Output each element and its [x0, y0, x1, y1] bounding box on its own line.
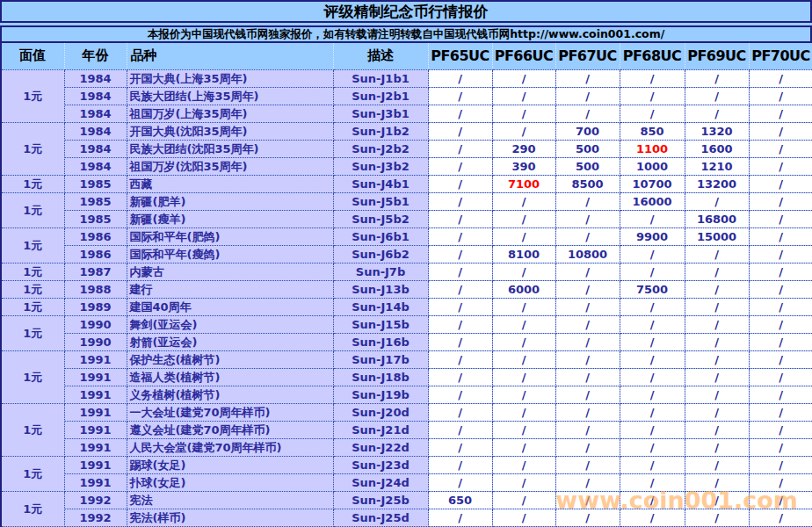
year-cell: 1984 — [64, 122, 127, 140]
price-cell: / — [620, 298, 685, 315]
face-value-cell: 1元 — [1, 227, 64, 263]
price-cell: / — [428, 403, 492, 421]
variety-cell: 义务植树(植树节) — [127, 386, 333, 403]
price-cell: / — [749, 421, 812, 438]
description-cell: Sun-J2b1 — [333, 87, 428, 105]
year-cell: 1991 — [64, 456, 127, 473]
price-cell: / — [555, 298, 620, 315]
year-cell: 1991 — [64, 473, 127, 491]
price-cell: / — [749, 350, 812, 368]
price-cell: / — [749, 105, 812, 122]
price-cell: / — [620, 105, 685, 122]
price-cell: 7500 — [620, 280, 685, 298]
price-cell: / — [749, 280, 812, 298]
description-cell: Sun-J7b — [333, 263, 428, 280]
price-cell: / — [428, 157, 492, 175]
price-cell: 15000 — [685, 227, 749, 245]
price-cell: / — [428, 263, 492, 280]
year-cell: 1984 — [64, 140, 127, 157]
price-cell: / — [749, 333, 812, 350]
column-header-pf68uc: PF68UC — [620, 43, 685, 69]
variety-cell: 踢球(女足) — [127, 456, 333, 473]
year-cell: 1991 — [64, 438, 127, 456]
price-cell: / — [555, 509, 620, 526]
price-cell: / — [685, 69, 749, 87]
price-cell: / — [492, 368, 555, 386]
price-cell: / — [749, 438, 812, 456]
year-cell: 1985 — [64, 175, 127, 192]
column-header-pf70uc: PF70UC — [749, 43, 812, 69]
price-cell: / — [492, 438, 555, 456]
price-cell: 16000 — [620, 192, 685, 210]
table-row: 1991义务植树(植树节)Sun-J19b////// — [1, 386, 812, 403]
variety-cell: 祖国万岁(沈阳35周年) — [127, 157, 333, 175]
face-value-cell: 1元 — [1, 263, 64, 280]
table-row: 1元1991保护生态(植树节)Sun-J17b////// — [1, 350, 812, 368]
price-cell: / — [749, 298, 812, 315]
price-cell: / — [555, 210, 620, 227]
price-cell: 850 — [620, 122, 685, 140]
price-cell: / — [620, 69, 685, 87]
price-cell: 8100 — [492, 245, 555, 263]
face-value-cell: 1元 — [1, 175, 64, 192]
table-row: 1990射箭(亚运会)Sun-J16b////// — [1, 333, 812, 350]
price-cell: / — [685, 386, 749, 403]
table-row: 1984民族大团结(上海35周年)Sun-J2b1////// — [1, 87, 812, 105]
table-row: 1984祖国万岁(上海35周年)Sun-J3b1////// — [1, 105, 812, 122]
price-cell: / — [749, 210, 812, 227]
price-cell: 10700 — [620, 175, 685, 192]
column-header-pf65uc: PF65UC — [428, 43, 492, 69]
price-cell: / — [555, 438, 620, 456]
description-cell: Sun-J5b2 — [333, 210, 428, 227]
price-cell: 8500 — [555, 175, 620, 192]
variety-cell: 舞剑(亚运会) — [127, 315, 333, 333]
description-cell: Sun-J24d — [333, 473, 428, 491]
price-cell: 500 — [555, 140, 620, 157]
price-cell: / — [749, 69, 812, 87]
year-cell: 1990 — [64, 333, 127, 350]
price-cell: / — [620, 491, 685, 509]
price-cell: / — [555, 403, 620, 421]
price-cell: / — [492, 87, 555, 105]
description-cell: Sun-J23d — [333, 456, 428, 473]
price-cell: / — [749, 491, 812, 509]
year-cell: 1984 — [64, 69, 127, 87]
price-cell: / — [428, 175, 492, 192]
table-row: 1991人民大会堂(建党70周年样币)Sun-J22d////// — [1, 438, 812, 456]
year-cell: 1986 — [64, 245, 127, 263]
price-cell: / — [620, 386, 685, 403]
face-value-cell: 1元 — [1, 192, 64, 227]
price-cell: / — [749, 175, 812, 192]
variety-cell: 新疆(瘦羊) — [127, 210, 333, 227]
price-cell: / — [555, 192, 620, 210]
price-cell: / — [749, 227, 812, 245]
price-cell: / — [555, 227, 620, 245]
table-row: 1984祖国万岁(沈阳35周年)Sun-J3b2/39050010001210/ — [1, 157, 812, 175]
price-cell: / — [492, 69, 555, 87]
price-cell: / — [428, 315, 492, 333]
price-cell: / — [685, 315, 749, 333]
price-cell: / — [428, 333, 492, 350]
variety-cell: 内蒙古 — [127, 263, 333, 280]
face-value-cell: 1元 — [1, 69, 64, 122]
description-cell: Sun-J6b2 — [333, 245, 428, 263]
price-cell: / — [492, 473, 555, 491]
price-cell: / — [749, 315, 812, 333]
description-cell: Sun-J16b — [333, 333, 428, 350]
table-row: 1元1991一大会址(建党70周年样币)Sun-J20d////// — [1, 403, 812, 421]
price-cell: / — [620, 263, 685, 280]
column-header-pf66uc: PF66UC — [492, 43, 555, 69]
face-value-cell: 1元 — [1, 122, 64, 175]
price-cell: / — [555, 473, 620, 491]
price-cell: / — [492, 386, 555, 403]
price-cell: / — [749, 140, 812, 157]
price-cell: / — [428, 350, 492, 368]
price-cell: / — [492, 333, 555, 350]
table-row: 1984民族大团结(沈阳35周年)Sun-J2b2/29050011001600… — [1, 140, 812, 157]
face-value-cell: 1元 — [1, 491, 64, 526]
description-cell: Sun-J3b2 — [333, 157, 428, 175]
price-cell: / — [492, 192, 555, 210]
page-title: 评级精制纪念币行情报价 — [324, 2, 489, 22]
table-body: 1元1984开国大典(上海35周年)Sun-J1b1//////1984民族大团… — [1, 69, 812, 526]
table-row: 1元1985西藏Sun-J4b1/710085001070013200/ — [1, 175, 812, 192]
